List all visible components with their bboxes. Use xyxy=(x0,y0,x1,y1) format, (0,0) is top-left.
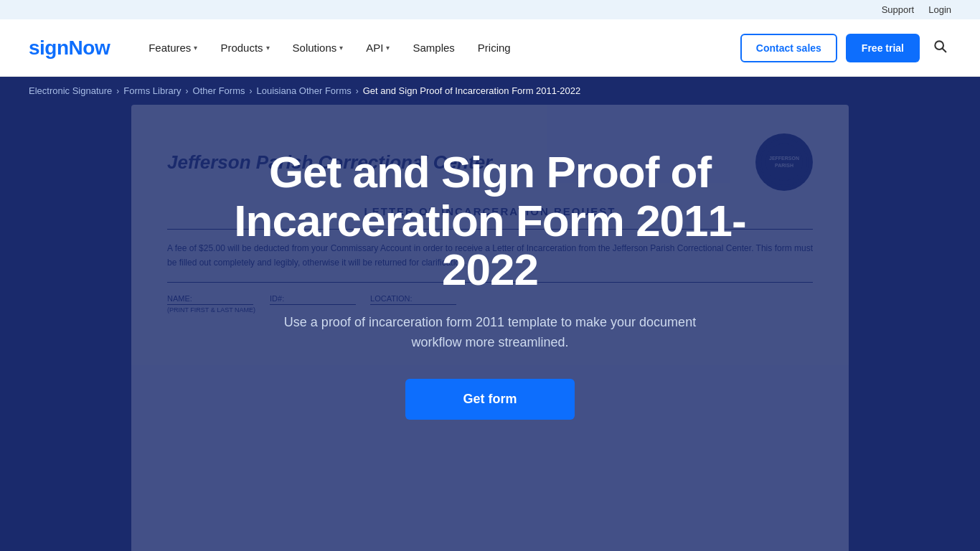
support-link[interactable]: Support xyxy=(882,4,915,15)
breadcrumb-louisiana-other-forms[interactable]: Louisiana Other Forms xyxy=(257,85,352,96)
svg-text:JEFFERSON: JEFFERSON xyxy=(769,156,799,161)
logo[interactable]: signNow xyxy=(29,37,110,60)
chevron-down-icon: ▾ xyxy=(386,44,390,52)
nav-solutions[interactable]: Solutions ▾ xyxy=(283,36,354,60)
nav-api[interactable]: API ▾ xyxy=(356,36,400,60)
logo-text: signNow xyxy=(29,37,110,60)
svg-point-3 xyxy=(765,143,803,181)
svg-line-1 xyxy=(943,49,946,52)
search-button[interactable] xyxy=(928,34,951,61)
nav-samples[interactable]: Samples xyxy=(402,36,464,60)
hero-title: Get and Sign Proof of Incarceration Form… xyxy=(217,148,763,295)
top-bar: Support Login xyxy=(0,0,980,19)
hero-content: Get and Sign Proof of Incarceration Form… xyxy=(217,148,763,420)
hero-subtitle: Use a proof of incarceration form 2011 t… xyxy=(275,312,705,354)
contact-sales-button[interactable]: Contact sales xyxy=(740,34,837,62)
form-bg-badge: JEFFERSON PARISH xyxy=(755,133,813,191)
breadcrumb-separator: › xyxy=(186,86,189,96)
search-icon xyxy=(933,39,947,53)
breadcrumb-separator: › xyxy=(356,86,359,96)
get-form-button[interactable]: Get form xyxy=(405,379,574,420)
breadcrumb: Electronic Signature › Forms Library › O… xyxy=(0,77,980,105)
chevron-down-icon: ▾ xyxy=(266,44,270,52)
nav-features[interactable]: Features ▾ xyxy=(138,36,207,60)
breadcrumb-current: Get and Sign Proof of Incarceration Form… xyxy=(363,85,581,96)
breadcrumb-other-forms[interactable]: Other Forms xyxy=(193,85,245,96)
nav-products[interactable]: Products ▾ xyxy=(210,36,279,60)
login-link[interactable]: Login xyxy=(928,4,951,15)
breadcrumb-forms-library[interactable]: Forms Library xyxy=(123,85,181,96)
chevron-down-icon: ▾ xyxy=(194,44,197,52)
nav-pricing[interactable]: Pricing xyxy=(468,36,521,60)
main-nav: Features ▾ Products ▾ Solutions ▾ API ▾ … xyxy=(138,36,740,60)
svg-text:PARISH: PARISH xyxy=(775,163,793,168)
breadcrumb-electronic-signature[interactable]: Electronic Signature xyxy=(29,85,112,96)
free-trial-button[interactable]: Free trial xyxy=(846,34,920,62)
hero-section: Jefferson Parish Correctional Center JEF… xyxy=(0,105,980,551)
header: signNow Features ▾ Products ▾ Solutions … xyxy=(0,19,980,77)
header-actions: Contact sales Free trial xyxy=(740,34,951,62)
breadcrumb-separator: › xyxy=(250,86,253,96)
breadcrumb-separator: › xyxy=(116,86,119,96)
chevron-down-icon: ▾ xyxy=(339,44,343,52)
